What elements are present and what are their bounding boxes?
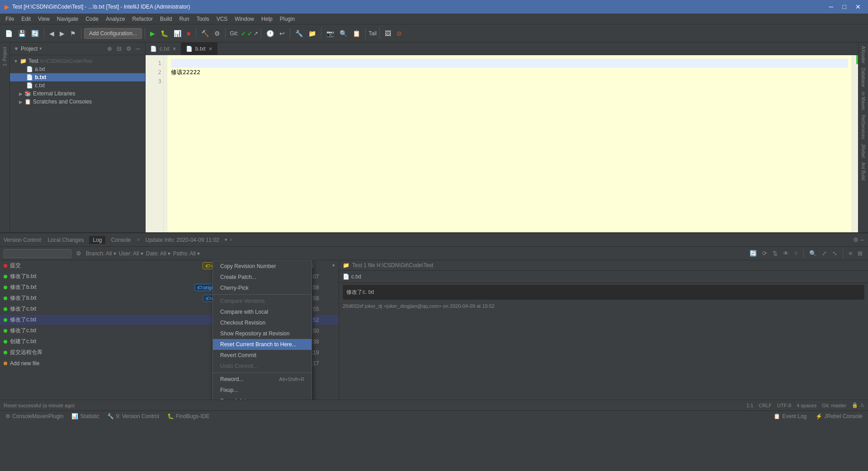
- project-minimize-button[interactable]: ─: [135, 45, 142, 52]
- log-search-input[interactable]: [4, 249, 71, 258]
- maximize-button[interactable]: □: [840, 2, 849, 11]
- log-eye-button[interactable]: 👁: [781, 249, 791, 258]
- tab-btxt[interactable]: 📄 b.txt ✕: [181, 42, 217, 55]
- panel-minimize-button[interactable]: ─: [860, 236, 864, 243]
- project-strip-icon[interactable]: 1: Project: [1, 44, 8, 69]
- stop-button[interactable]: ■: [184, 28, 193, 38]
- image-button[interactable]: 🖼: [382, 28, 393, 38]
- commit-detail-file[interactable]: 📄 c.txt: [343, 273, 864, 281]
- disable-button[interactable]: ⊘: [394, 28, 404, 38]
- forward-button[interactable]: ▶: [57, 28, 67, 38]
- log-tab[interactable]: Log: [89, 236, 105, 244]
- run-button[interactable]: ▶: [148, 28, 157, 38]
- project-caret[interactable]: ▾: [39, 46, 42, 52]
- panel-settings-button[interactable]: ⚙: [853, 236, 859, 243]
- minimize-button[interactable]: ─: [826, 2, 836, 11]
- ctx-checkout-revision[interactable]: Checkout Revision: [213, 317, 311, 328]
- search-everywhere-button[interactable]: 🔍: [337, 28, 349, 38]
- build-button[interactable]: 🔨: [199, 28, 211, 38]
- update-info-caret[interactable]: ▾: [225, 237, 227, 243]
- log-expand-button[interactable]: ⤢: [820, 249, 829, 258]
- tree-item-ctxt[interactable]: 📄 c.txt: [10, 81, 145, 89]
- menu-item-window[interactable]: Window: [231, 15, 258, 23]
- log-layout-button[interactable]: ⊞: [856, 249, 864, 258]
- ctx-copy-revision[interactable]: Copy Revision Number: [213, 261, 311, 272]
- tree-item-atxt[interactable]: 📄 a.txt: [10, 65, 145, 73]
- paths-filter[interactable]: Paths: All ▾: [173, 250, 200, 257]
- project-settings-button[interactable]: ⚙: [125, 45, 133, 52]
- dock-tab-jrebel-console[interactable]: ⚡ JRebel Console: [812, 412, 866, 421]
- tree-item-scratches[interactable]: ▶ 📋 Scratches and Consoles: [10, 98, 145, 106]
- console-tab[interactable]: Console: [107, 236, 134, 244]
- menu-item-build[interactable]: Build: [156, 15, 176, 23]
- home-button[interactable]: ⚑: [68, 28, 78, 38]
- menu-item-navigate[interactable]: Navigate: [53, 15, 82, 23]
- menu-item-edit[interactable]: Edit: [18, 15, 34, 23]
- log-filter-settings-button[interactable]: ⚙: [74, 249, 83, 258]
- menu-item-run[interactable]: Run: [176, 15, 193, 23]
- log-refresh-button[interactable]: 🔄: [748, 249, 759, 258]
- update-info-tab[interactable]: Update Info: 2020-04-09 11:02: [142, 236, 223, 244]
- debug-button[interactable]: 🐛: [158, 28, 170, 38]
- git-check-button[interactable]: ✓: [241, 30, 246, 37]
- ctx-cherry-pick[interactable]: Cherry-Pick: [213, 283, 311, 293]
- menu-item-vcs[interactable]: VCS: [213, 15, 231, 23]
- user-filter[interactable]: User: All ▾: [119, 250, 143, 257]
- ctx-fixup[interactable]: Fixup...: [213, 385, 311, 396]
- wrench-button[interactable]: 🔧: [293, 28, 305, 38]
- log-caret[interactable]: ▾: [332, 263, 335, 268]
- project-new-button[interactable]: ⊕: [106, 45, 113, 52]
- vcs-roots-button[interactable]: 📁: [306, 28, 318, 38]
- undo-button[interactable]: ↩: [277, 28, 287, 38]
- axcoder-icon[interactable]: AXcoder: [860, 44, 867, 65]
- database-icon[interactable]: Database: [860, 66, 867, 89]
- menu-item-help[interactable]: Help: [258, 15, 276, 23]
- tab-btxt-close[interactable]: ✕: [208, 46, 212, 52]
- git-check2-button[interactable]: ✓: [247, 30, 253, 37]
- menu-item-plugin[interactable]: Plugin: [276, 15, 298, 23]
- encoding-indicator[interactable]: UTF-8: [777, 403, 791, 408]
- tab-ctxt-close[interactable]: ✕: [172, 46, 176, 52]
- back-button[interactable]: ◀: [47, 28, 57, 38]
- log-settings-right-button[interactable]: ≡: [847, 249, 854, 258]
- dock-tab-findbugs[interactable]: 🐛 FindBugs-IDE: [164, 412, 213, 421]
- maven-icon[interactable]: m Maven: [860, 90, 867, 112]
- tree-item-external-libs[interactable]: ▶ 📚 External Libraries: [10, 89, 145, 98]
- log-collapse-button[interactable]: ⤡: [830, 249, 839, 258]
- retservices-icon[interactable]: RetServices: [860, 113, 867, 141]
- menu-item-file[interactable]: File: [2, 15, 18, 23]
- log-search-button[interactable]: 🔍: [807, 249, 818, 258]
- ctx-compare-local[interactable]: Compare with Local: [213, 306, 311, 317]
- tab-ctxt[interactable]: 📄 c.txt ✕: [146, 42, 181, 55]
- save-button[interactable]: 💾: [16, 28, 28, 38]
- project-dropdown-icon[interactable]: ▼: [14, 46, 19, 52]
- new-file-button[interactable]: 📄: [3, 28, 15, 38]
- crlf-indicator[interactable]: CRLF: [759, 403, 772, 408]
- ctx-show-repository[interactable]: Show Repository at Revision: [213, 328, 311, 339]
- menu-item-code[interactable]: Code: [82, 15, 102, 23]
- dock-tab-consolemavenplugin[interactable]: ⚙ ConsoleMavenPlugin: [2, 412, 67, 421]
- history-button[interactable]: 🕐: [264, 28, 276, 38]
- log-push-button[interactable]: ⇅: [771, 249, 779, 258]
- log-branch-button[interactable]: ⑂: [793, 249, 800, 258]
- screenshot-button[interactable]: 📷: [324, 28, 336, 38]
- branch-filter[interactable]: Branch: All ▾: [86, 250, 116, 257]
- ctx-reset-branch[interactable]: Reset Current Branch to Here...: [213, 339, 311, 350]
- copy-path-button[interactable]: 📋: [350, 28, 363, 38]
- tree-item-root[interactable]: ▼ 📁 Test H:\CSDN\Git\Code\Test: [10, 57, 145, 65]
- indent-indicator[interactable]: 4 spaces: [797, 403, 816, 408]
- menu-item-view[interactable]: View: [34, 15, 53, 23]
- git-arrow-button[interactable]: ↗: [254, 30, 258, 37]
- ctx-reword[interactable]: Reword... Alt+Shift+R: [213, 374, 311, 385]
- menu-item-tools[interactable]: Tools: [193, 15, 213, 23]
- sync-button[interactable]: 🔄: [29, 28, 41, 38]
- log-fetch-button[interactable]: ⟳: [760, 249, 769, 258]
- update-info-close[interactable]: ✕: [229, 237, 233, 242]
- console-close[interactable]: ✕: [137, 237, 140, 242]
- add-configuration-button[interactable]: Add Configuration...: [84, 28, 142, 39]
- ant-build-icon[interactable]: Ant Build: [860, 160, 867, 182]
- date-filter[interactable]: Date: All ▾: [146, 250, 170, 257]
- dock-tab-statistic[interactable]: 📊 Statistic: [68, 412, 103, 421]
- line-col[interactable]: 1:1: [746, 403, 753, 408]
- jrebel-icon[interactable]: JRebel: [860, 142, 867, 160]
